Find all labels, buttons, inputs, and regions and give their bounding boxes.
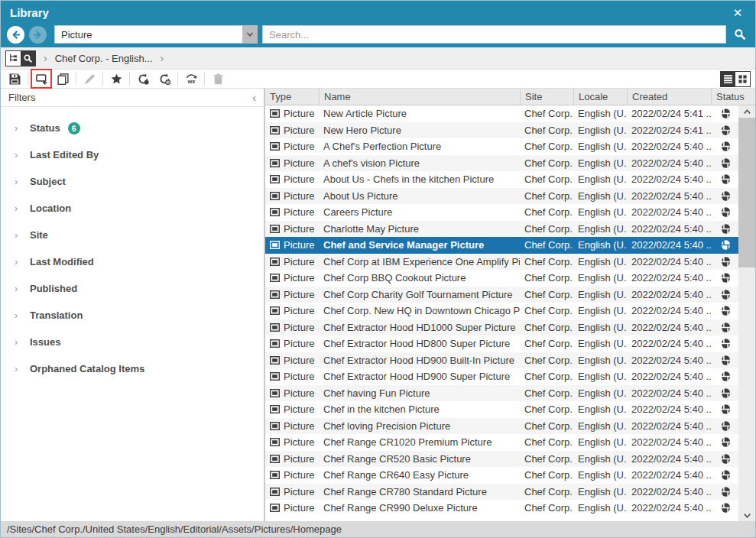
refresh-history-button[interactable] [155,70,174,87]
table-row[interactable]: Picture Chef Range CR780 Standard Pictur… [265,484,738,501]
site-cell: Chef Corp. [520,141,573,152]
filter-label: Translation [30,310,83,321]
table-row[interactable]: Picture Chef having Fun Picture Chef Cor… [265,385,738,402]
table-row[interactable]: Picture Chef Range CR640 Easy Picture Ch… [265,467,738,484]
table-row[interactable]: Picture Chef Corp BBQ Cookout Picture Ch… [265,270,738,287]
filter-item[interactable]: › Last Edited By [1,141,264,168]
status-cell [711,125,741,135]
filter-item[interactable]: › Last Modified [1,248,264,275]
search-view-button[interactable] [21,51,35,66]
list-view-button[interactable] [721,72,735,86]
type-filter-dropdown[interactable]: Picture [54,25,258,44]
filter-item[interactable]: › Status 6 [1,115,264,141]
filter-item[interactable]: › Site [1,222,264,248]
table-row[interactable]: Picture About Us Picture Chef Corp. Engl… [265,188,738,205]
table-row[interactable]: Picture A Chef's Perfection Picture Chef… [265,138,738,155]
window-body: Filters ‹ › Status 6 › Last Edited By › … [1,89,755,521]
delete-button[interactable] [209,70,227,87]
table-header: Type Name Site Locale Created Status [265,89,755,105]
table-row[interactable]: Picture Chef Extractor Hood HD800 Super … [265,335,738,352]
table-row[interactable]: Picture New Article Picture Chef Corp. E… [265,105,738,122]
table-row[interactable]: Picture Chef Extractor Hood HD1000 Super… [265,319,738,336]
picture-type-icon [270,192,280,200]
chevron-right-icon: › [15,229,30,241]
breadcrumb-item[interactable]: Chef Corp. - English... [55,53,153,64]
tree-view-button[interactable] [6,51,21,66]
table-row[interactable]: Picture Chef Corp. New HQ in Downtown Ch… [265,303,738,319]
type-label: Picture [284,206,314,218]
site-cell: Chef Corp. [520,436,573,448]
scroll-up-icon[interactable] [738,105,755,118]
toolbar-separator [129,72,130,86]
close-icon[interactable]: ✕ [729,5,746,21]
search-button[interactable] [731,25,749,44]
chevron-right-icon: › [15,363,30,374]
filter-item[interactable]: › Issues [1,329,264,355]
locale-cell: English (U... [573,289,627,300]
column-header-type[interactable]: Type [265,89,319,105]
created-cell: 2022/02/24 5:40 ... [627,141,711,152]
chevron-down-icon [246,31,254,38]
column-header-name[interactable]: Name [319,89,520,105]
new-content-item-button[interactable] [32,70,50,87]
type-label: Picture [284,272,314,284]
created-cell: 2022/02/24 5:40 ... [627,322,711,333]
table-row[interactable]: Picture Chef and Service Manager Picture… [265,237,738,254]
edit-button[interactable] [80,70,99,87]
table-row[interactable]: Picture Chef Range CR520 Basic Picture C… [265,451,738,468]
scrollbar-track[interactable] [738,118,755,509]
vertical-scrollbar[interactable] [738,105,755,521]
dropdown-button[interactable] [242,25,258,44]
scroll-down-icon[interactable] [738,509,755,521]
table-row[interactable]: Picture Chef Corp at IBM Experience One … [265,254,738,271]
favorite-button[interactable] [107,70,125,87]
column-header-status[interactable]: Status [711,89,755,105]
type-cell: Picture [265,206,319,218]
grid-view-button[interactable] [735,72,750,86]
filter-item[interactable]: › Translation [1,302,264,329]
site-cell: Chef Corp. [520,469,573,481]
search-input[interactable] [262,25,726,44]
filter-item[interactable]: › Subject [1,168,264,195]
filter-label: Orphaned Catalog Items [30,363,144,374]
locale-cell: English (U... [573,141,627,152]
forward-button[interactable] [29,26,47,44]
table-row[interactable]: Picture Charlotte May Picture Chef Corp.… [265,221,738,238]
name-cell: A Chef's Perfection Picture [319,141,520,152]
window-title: Library [10,6,49,19]
picture-type-icon [270,339,280,348]
filter-item[interactable]: › Location [1,195,264,222]
table-row[interactable]: Picture Careers Picture Chef Corp. Engli… [265,204,738,221]
table-body: Picture New Article Picture Chef Corp. E… [265,105,755,521]
table-row[interactable]: Picture New Hero Picture Chef Corp. Engl… [265,122,738,139]
filter-count-badge: 6 [68,122,80,134]
scrollbar-thumb[interactable] [738,118,755,267]
back-button[interactable] [7,26,24,44]
copy-button[interactable] [54,70,72,87]
site-cell: Chef Corp. [520,272,573,284]
column-header-created[interactable]: Created [627,89,711,105]
type-cell: Picture [265,436,319,448]
site-cell: Chef Corp. [520,371,573,382]
table-row[interactable]: Picture Chef in the kitchen Picture Chef… [265,401,738,418]
save-button[interactable] [5,70,24,87]
table-row[interactable]: Picture Chef Corp Charity Golf Tournamen… [265,287,738,303]
name-cell: Chef Range CR640 Easy Picture [319,469,520,481]
filter-item[interactable]: › Published [1,275,264,302]
table-row[interactable]: Picture Chef Extractor Hood HD900 Built-… [265,352,738,369]
filter-item[interactable]: › Orphaned Catalog Items [1,355,264,382]
table-row[interactable]: Picture Chef Range CR990 Deluxe Picture … [265,500,738,517]
column-header-locale[interactable]: Locale [573,89,627,105]
table-row[interactable]: Picture A chef's vision Picture Chef Cor… [265,155,738,172]
language-status-icon [721,158,731,168]
column-header-site[interactable]: Site [520,89,573,105]
table-row[interactable]: Picture Chef Range CR1020 Premium Pictur… [265,434,738,451]
translate-button[interactable]: wx [182,70,200,87]
locale-cell: English (U... [573,436,627,448]
refresh-button[interactable] [134,70,152,87]
table-row[interactable]: Picture About Us - Chefs in the kitchen … [265,171,738,188]
table-row[interactable]: Picture Chef loving Precision Picture Ch… [265,418,738,435]
table-row[interactable]: Picture Chef Extractor Hood HD900 Super … [265,368,738,385]
filter-list: › Status 6 › Last Edited By › Subject › … [1,107,264,382]
collapse-panel-icon[interactable]: ‹ [252,92,256,104]
